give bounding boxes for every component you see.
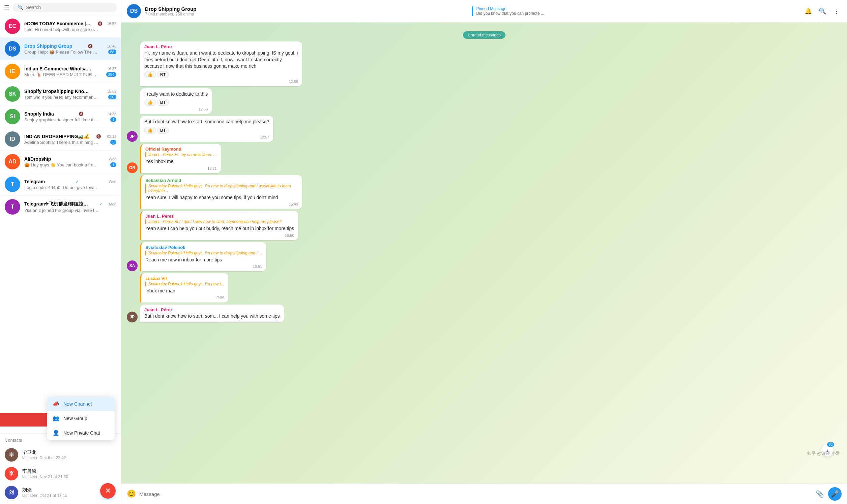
reaction[interactable]: BT	[157, 71, 169, 78]
verified-icon-telegram: ✓	[75, 179, 79, 184]
msg-time-m8: 17:55	[145, 296, 224, 300]
reaction[interactable]: BT	[157, 127, 169, 134]
contact-name-c1: 毕卫龙	[22, 449, 116, 455]
chat-header: DS Drop Shipping Group 7 048 members, 25…	[121, 0, 847, 22]
msg-text-m2: I really want to dedicate to this	[144, 91, 208, 98]
chat-item-ecom[interactable]: ECeCOM TODAY Ecommerce | ENG C...🔇16:55L…	[0, 15, 121, 38]
msg-bubble-m3: But i dont know how to start, someone ca…	[140, 116, 273, 142]
msg-text-m3: But i dont know how to start, someone ca…	[144, 119, 269, 125]
msg-text-m5: Yeah sure, I will happy to share you som…	[145, 194, 298, 201]
chat-item-indian_d[interactable]: IDINDIAN DROPSHIPPING🚜💰🔇02:19Adelina Sop…	[0, 128, 121, 150]
chat-item-indian[interactable]: IEIndian E-Commerce Wholsaler B2...16:37…	[0, 60, 121, 83]
chat-avatar-shopify_k: SK	[5, 86, 20, 102]
reaction[interactable]: 👍	[144, 127, 156, 134]
msg-bubble-m5: Sebastian ArnoldSviatoslav Polenok Hello…	[140, 175, 302, 209]
close-add-button[interactable]: ✕	[100, 483, 116, 499]
muted-icon-ecom: 🔇	[98, 21, 103, 26]
msg-bubble-m9: Juan L. PérezBut i dont know how to star…	[140, 305, 284, 322]
chat-name-indian: Indian E-Commerce Wholsaler B2...	[24, 66, 92, 71]
check-icon-telegram_fly: ✓	[99, 202, 103, 206]
chat-avatar-shopify_i: SI	[5, 109, 20, 124]
chat-preview-shopify_k: Tomiwa: If you need any recommenda...	[24, 95, 99, 100]
search-chat-button[interactable]: 🔍	[817, 6, 827, 16]
chat-avatar-indian: IE	[5, 64, 20, 79]
menu-item-new_group[interactable]: 👥New Group	[47, 411, 115, 426]
chat-input-bar: 😊 📎 🎤	[121, 483, 847, 504]
chat-body: Unread messages Juan L. PérezHi, my name…	[121, 22, 847, 483]
hamburger-icon[interactable]: ☰	[4, 4, 10, 11]
msg-text-m9: But i dont know how to start, som... I c…	[144, 313, 280, 320]
chat-time-telegram_fly: Mon	[109, 202, 116, 206]
message-input[interactable]	[139, 491, 816, 497]
mute-button[interactable]: 🔔	[803, 6, 813, 16]
msg-text-m4: Yes inbox me	[145, 158, 217, 165]
chat-avatar-telegram: T	[5, 177, 20, 192]
chat-content-indian_d: INDIAN DROPSHIPPING🚜💰🔇02:19Adelina Sophi…	[24, 134, 116, 145]
chat-content-shopify_k: Shopify Dropshipping Knowledge ...15:52T…	[24, 89, 116, 100]
contacts-list: 毕毕卫龙last seen Dec 6 at 22:42李李晨曦last see…	[5, 445, 116, 502]
msg-time-m7: 15:51	[145, 265, 262, 269]
msg-avatar-m7: SA	[127, 260, 138, 271]
menu-label-new_group: New Group	[64, 416, 87, 421]
msg-sender-m4: Official Raymond	[145, 147, 217, 151]
search-input[interactable]	[26, 5, 112, 10]
red-arrow	[0, 410, 47, 430]
scroll-down-icon[interactable]: 88 ↓	[822, 444, 833, 456]
pinned-text: Did you know that you can promote ...	[477, 11, 577, 16]
msg-bubble-m8: Lucãaz VIISviatoslav Polenok Hello guys,…	[140, 273, 228, 303]
contact-item-c3[interactable]: 刘刘焰last seen Oct 21 at 18:15	[5, 483, 116, 502]
mic-icon[interactable]: 🎤	[828, 487, 842, 501]
msg-time-m3: 12:57	[144, 135, 269, 139]
chat-item-telegram[interactable]: TTelegram✓WedLogin code: 49450. Do not g…	[0, 173, 121, 196]
search-box[interactable]: 🔍	[13, 3, 117, 12]
msg-bubble-m2: I really want to dedicate to this👍BT12:5…	[140, 88, 212, 114]
sidebar: ☰ 🔍 ECeCOM TODAY Ecommerce | ENG C...🔇16…	[0, 0, 121, 504]
contact-item-c2[interactable]: 李李晨曦last seen Nov 21 at 21:30	[5, 464, 116, 483]
chat-name-shopify_i: Shopify India	[24, 111, 54, 116]
msg-avatar-m9: JP	[127, 312, 138, 322]
reaction[interactable]: 👍	[144, 99, 156, 106]
contact-status-c2: last seen Nov 21 at 21:30	[22, 474, 116, 479]
chat-item-dropshipping[interactable]: DSDrop Shipping Group🔇16:46Group Help: 📦…	[0, 38, 121, 60]
contact-status-c1: last seen Dec 6 at 22:42	[22, 455, 116, 460]
main-chat: DS Drop Shipping Group 7 048 members, 25…	[121, 0, 847, 504]
pinned-message[interactable]: Pinned Message Did you know that you can…	[472, 6, 798, 16]
msg-reply-m8: Sviatoslav Polenok Hello guys, I'm new t…	[145, 282, 224, 286]
chat-preview-dropshipping: Group Help: 📦 Please Follow The Gro...	[24, 50, 99, 55]
menu-item-new_private[interactable]: 👤New Private Chat	[47, 426, 115, 440]
msg-time-m5: 15:49	[145, 202, 298, 206]
chat-time-alidropship: Wed	[109, 157, 116, 161]
msg-time-m2: 12:56	[144, 107, 208, 111]
search-icon: 🔍	[18, 5, 23, 10]
chat-content-dropshipping: Drop Shipping Group🔇16:46Group Help: 📦 P…	[24, 43, 116, 55]
chat-content-alidropship: AliDropshipWed🎃 Hey guys 👋 You can book …	[24, 156, 116, 167]
emoji-button[interactable]: 😊	[127, 489, 136, 498]
msg-sender-m1: Juan L. Pérez	[144, 44, 298, 49]
msg-avatar-m3: JP	[127, 131, 138, 142]
chat-item-shopify_i[interactable]: SIShopify India🔇14:33Sanjay graphics des…	[0, 105, 121, 128]
chat-item-shopify_k[interactable]: SKShopify Dropshipping Knowledge ...15:5…	[0, 83, 121, 105]
chat-preview-indian: Meet: 🦌 DEER HEAD MULTIPURPOS...	[24, 72, 99, 77]
chat-content-telegram: Telegram✓WedLogin code: 49450. Do not gi…	[24, 179, 116, 190]
chat-time-telegram: Wed	[109, 180, 116, 184]
menu-item-new_channel[interactable]: 📣New Channel	[47, 397, 115, 411]
chat-content-indian: Indian E-Commerce Wholsaler B2...16:37Me…	[24, 66, 116, 77]
reaction[interactable]: BT	[157, 99, 169, 106]
msg-sender-m9: Juan L. Pérez	[144, 307, 280, 312]
msg-sender-m5: Sebastian Arnold	[145, 178, 298, 183]
chat-item-telegram_fly[interactable]: TTelegram✈飞机群发/群组拉人/群...✓MonYixuan z joi…	[0, 196, 121, 218]
more-button[interactable]: ⋮	[831, 6, 842, 16]
attach-icon[interactable]: 📎	[816, 490, 824, 498]
msg-reply-m4: Juan L. Pérez Hi, my name is Juan, ...	[145, 152, 217, 157]
chat-avatar-dropshipping: DS	[5, 41, 20, 57]
msg-text-m8: Inbox me man	[145, 288, 224, 294]
msg-text-m6: Yeah sure I can help you out buddy, reac…	[145, 226, 294, 232]
contact-avatar-c2: 李	[5, 467, 18, 481]
chat-time-indian: 16:37	[107, 67, 116, 71]
msg-avatar-m4: OR	[127, 162, 138, 173]
msg-bubble-m7: Sviatoslav PolenokSviatoslav Polenok Hel…	[140, 242, 266, 272]
chat-item-alidropship[interactable]: ADAliDropshipWed🎃 Hey guys 👋 You can boo…	[0, 150, 121, 173]
muted-icon-indian_d: 🔇	[96, 134, 101, 139]
reaction[interactable]: 👍	[144, 71, 156, 78]
contact-item-c1[interactable]: 毕毕卫龙last seen Dec 6 at 22:42	[5, 445, 116, 464]
